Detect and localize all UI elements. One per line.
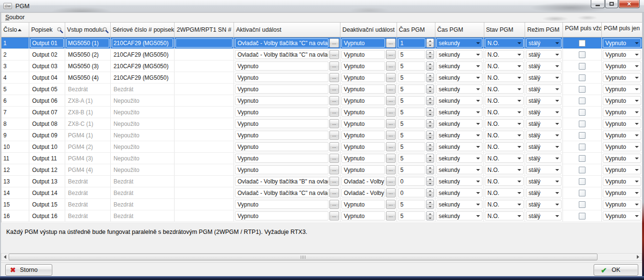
pgm-time-stepper[interactable] xyxy=(426,211,434,220)
spinner-down-icon[interactable] xyxy=(427,170,433,174)
pgm-mode-dropdown[interactable]: stálý xyxy=(526,61,562,71)
cell-module-input[interactable]: PGM4 (2) xyxy=(65,141,111,152)
cell-label[interactable]: Output 01 xyxy=(29,37,65,49)
cell-module-input[interactable]: Bezdrát xyxy=(65,176,111,187)
cell-serial[interactable]: Nepoužito xyxy=(111,130,175,141)
spinner-down-icon[interactable] xyxy=(427,112,433,116)
deactivation-event-field[interactable]: Vypnuto xyxy=(341,131,385,140)
pgm-pulse-only-dropdown[interactable]: Vypnuto xyxy=(603,142,641,151)
time-unit-dropdown[interactable]: sekundy xyxy=(436,96,483,105)
activation-event-field[interactable]: Ovladač - Volby tlačítka "C" na ovlada xyxy=(235,38,328,48)
column-header-module-input[interactable]: Vstup modulu xyxy=(65,23,111,37)
time-unit-dropdown[interactable]: sekundy xyxy=(436,38,483,48)
spinner-down-icon[interactable] xyxy=(427,146,433,151)
pgm-state-dropdown[interactable]: N.O. xyxy=(485,73,524,82)
browse-activation-button[interactable]: ... xyxy=(329,119,339,128)
cell-2wpgm-sn[interactable] xyxy=(175,95,234,106)
browse-deactivation-button[interactable]: ... xyxy=(386,142,396,151)
pgm-time-stepper[interactable] xyxy=(426,188,434,197)
spinner-down-icon[interactable] xyxy=(427,204,433,208)
pgm-pulse-always-checkbox[interactable] xyxy=(579,201,585,208)
pgm-time-stepper[interactable] xyxy=(426,61,434,71)
deactivation-event-field[interactable]: Vypnuto xyxy=(341,108,385,117)
activation-event-field[interactable]: Vypnuto xyxy=(235,119,328,128)
activation-event-field[interactable]: Vypnuto xyxy=(235,85,328,94)
spinner-down-icon[interactable] xyxy=(427,66,433,70)
spinner-up-icon[interactable] xyxy=(427,189,433,193)
minimize-button[interactable] xyxy=(591,0,605,8)
table-row[interactable]: 6 Output 06 ZX8-A (1) Nepoužito Vypnuto … xyxy=(1,95,643,107)
table-row[interactable]: 7 Output 07 ZX8-B (1) Nepoužito Vypnuto … xyxy=(1,107,643,118)
cell-2wpgm-sn[interactable] xyxy=(175,187,234,198)
table-row[interactable]: 5 Output 05 Bezdrát Bezdrát Vypnuto ... … xyxy=(1,84,643,95)
pgm-mode-dropdown[interactable]: stálý xyxy=(526,211,562,220)
browse-deactivation-button[interactable]: ... xyxy=(386,96,396,105)
browse-activation-button[interactable]: ... xyxy=(329,50,339,59)
menu-item-file[interactable]: Soubor xyxy=(1,13,28,22)
column-header-pgm-pulse-only[interactable]: PGM puls jen xyxy=(602,23,643,37)
pgm-mode-dropdown[interactable]: stálý xyxy=(526,188,562,197)
activation-event-field[interactable]: Vypnuto xyxy=(235,211,328,220)
pgm-pulse-always-checkbox[interactable] xyxy=(579,178,585,185)
cell-serial[interactable]: 210CAF29 (MG5050) xyxy=(111,49,175,60)
activation-event-field[interactable]: Vypnuto xyxy=(235,108,328,117)
cell-2wpgm-sn[interactable] xyxy=(175,61,234,72)
pgm-mode-dropdown[interactable]: stálý xyxy=(526,73,562,82)
cell-module-input[interactable]: MG5050 (4) xyxy=(65,72,111,83)
time-unit-dropdown[interactable]: sekundy xyxy=(436,188,483,197)
column-header-number[interactable]: Číslo xyxy=(1,23,29,37)
activation-event-field[interactable]: Vypnuto xyxy=(235,96,328,105)
pgm-state-dropdown[interactable]: N.O. xyxy=(485,96,524,105)
cell-serial[interactable]: 210CAF29 (MG5050) xyxy=(111,37,175,49)
spinner-up-icon[interactable] xyxy=(427,85,433,89)
pgm-time-stepper[interactable] xyxy=(426,131,434,140)
pgm-time-stepper[interactable] xyxy=(426,119,434,128)
pgm-pulse-only-dropdown[interactable]: Vypnuto xyxy=(603,177,641,186)
deactivation-event-field[interactable]: Ovladač - Volby tla xyxy=(341,188,385,197)
activation-event-field[interactable]: Vypnuto xyxy=(235,142,328,151)
browse-activation-button[interactable]: ... xyxy=(329,131,339,140)
spinner-down-icon[interactable] xyxy=(427,181,433,185)
browse-deactivation-button[interactable]: ... xyxy=(386,200,396,209)
browse-deactivation-button[interactable]: ... xyxy=(386,188,396,197)
browse-deactivation-button[interactable]: ... xyxy=(386,38,396,48)
pgm-time-field[interactable]: 5 xyxy=(398,165,425,174)
deactivation-event-field[interactable]: Vypnuto xyxy=(341,200,385,209)
pgm-pulse-only-dropdown[interactable]: Vypnuto xyxy=(603,85,641,94)
activation-event-field[interactable]: Ovladač - Volby tlačítka "B" na ovlada xyxy=(235,177,328,186)
browse-deactivation-button[interactable]: ... xyxy=(386,73,396,82)
pgm-mode-dropdown[interactable]: stálý xyxy=(526,96,562,105)
cell-module-input[interactable]: MG5050 (2) xyxy=(65,49,111,60)
cell-serial[interactable]: 210CAF29 (MG5050) xyxy=(111,61,175,72)
pgm-pulse-always-checkbox[interactable] xyxy=(579,63,585,70)
browse-activation-button[interactable]: ... xyxy=(329,61,339,71)
pgm-time-field[interactable]: 5 xyxy=(398,85,425,94)
spinner-down-icon[interactable] xyxy=(427,158,433,162)
browse-activation-button[interactable]: ... xyxy=(329,200,339,209)
pgm-state-dropdown[interactable]: N.O. xyxy=(485,154,524,163)
cell-module-input[interactable]: MG5050 (1) xyxy=(65,37,111,49)
column-header-pgm-pulse-always[interactable]: PGM puls vžd xyxy=(563,23,602,37)
search-icon[interactable] xyxy=(102,27,109,34)
time-unit-dropdown[interactable]: sekundy xyxy=(436,211,483,220)
pgm-mode-dropdown[interactable]: stálý xyxy=(526,200,562,209)
table-row[interactable]: 9 Output 09 PGM4 (1) Nepoužito Vypnuto .… xyxy=(1,130,643,141)
browse-deactivation-button[interactable]: ... xyxy=(386,61,396,71)
cell-module-input[interactable]: PGM4 (3) xyxy=(65,153,111,164)
pgm-time-field[interactable]: 0 xyxy=(398,188,425,197)
column-header-pgm-state[interactable]: Stav PGM xyxy=(484,23,526,37)
pgm-state-dropdown[interactable]: N.O. xyxy=(485,165,524,174)
cell-module-input[interactable]: Bezdrát xyxy=(65,187,111,198)
cell-module-input[interactable]: ZX8-B (1) xyxy=(65,107,111,118)
browse-deactivation-button[interactable]: ... xyxy=(386,119,396,128)
spinner-up-icon[interactable] xyxy=(427,62,433,66)
browse-activation-button[interactable]: ... xyxy=(329,85,339,94)
pgm-pulse-always-checkbox[interactable] xyxy=(579,167,585,173)
pgm-pulse-only-dropdown[interactable]: Vypnuto xyxy=(603,154,641,163)
cell-2wpgm-sn[interactable] xyxy=(175,164,234,175)
pgm-mode-dropdown[interactable]: stálý xyxy=(526,131,562,140)
column-header-2wpgm-sn[interactable]: 2WPGM/RPT1 SN # xyxy=(175,23,234,37)
column-header-pgm-time-unit[interactable]: Čas PGM xyxy=(435,23,484,37)
pgm-pulse-always-checkbox[interactable] xyxy=(579,97,585,104)
cell-module-input[interactable]: MG5050 (3) xyxy=(65,61,111,72)
